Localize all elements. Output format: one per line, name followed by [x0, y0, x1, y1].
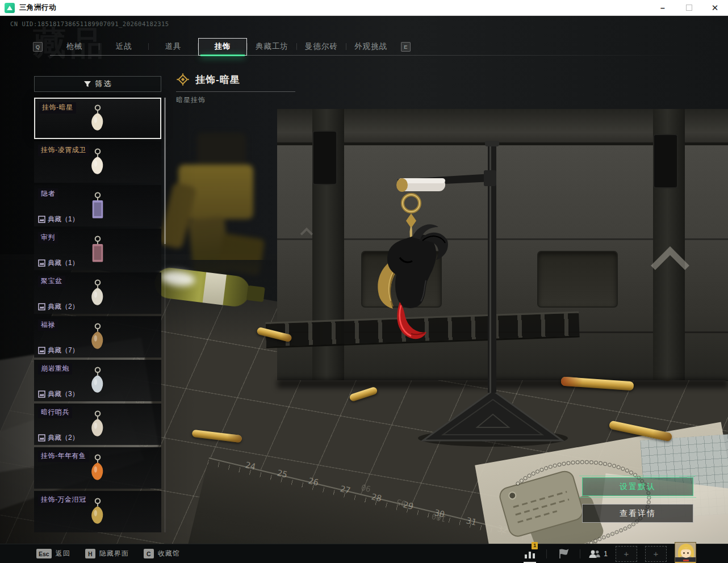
item-name-label: 隐者 [38, 188, 58, 200]
crate-latch [312, 131, 337, 185]
list-item[interactable]: 福禄 典藏（7） [34, 316, 161, 358]
collection-badge: 典藏（2） [38, 433, 79, 443]
tab-2[interactable]: 近战 [99, 38, 148, 56]
item-name-label: 挂饰-万金泪冠 [38, 494, 89, 506]
bottom-bar: Esc 返回 H 隐藏界面 C 收藏馆 1 [0, 544, 728, 563]
window-titlebar: 三角洲行动 – ✕ [0, 0, 728, 16]
charm-stand [341, 141, 579, 459]
collection-count: 典藏（1） [48, 215, 79, 224]
collection-icon [38, 347, 45, 354]
list-item[interactable]: 隐者 典藏（1） [34, 185, 161, 226]
collection-count: 典藏（3） [48, 389, 79, 399]
team-panel[interactable]: 1 [588, 549, 608, 558]
item-name-label: 审判 [38, 232, 58, 243]
charm-list: 挂饰-暗星 挂饰-凌霄成卫 [34, 98, 161, 532]
list-item[interactable]: 聚宝盆 典藏（2） [34, 272, 161, 314]
key-badge: H [85, 549, 95, 558]
player-avatar[interactable] [675, 542, 696, 563]
charm-thumbnail [88, 279, 107, 310]
charm-thumbnail [88, 410, 107, 442]
list-item[interactable]: 挂饰-凌霄成卫 [34, 141, 161, 183]
item-subtitle: 暗星挂饰 [176, 95, 324, 105]
tab-3[interactable]: 道具 [149, 38, 198, 56]
shortcut[interactable]: H 隐藏界面 [85, 549, 129, 558]
view-details-button[interactable]: 查看详情 [582, 504, 693, 523]
filter-label: 筛选 [95, 79, 112, 89]
list-item[interactable]: 暗行哨兵 典藏（2） [34, 404, 161, 445]
item-name-label: 聚宝盆 [38, 276, 65, 287]
collection-icon [38, 390, 45, 398]
list-item[interactable]: 审判 典藏（1） [34, 229, 161, 270]
invite-slot[interactable]: + [616, 546, 637, 562]
header-divider [176, 91, 295, 92]
tab-4[interactable]: 挂饰 [198, 38, 247, 56]
maximize-icon [686, 5, 692, 11]
next-tab-key-hint[interactable]: E [401, 42, 411, 52]
item-name-label: 崩岩重炮 [38, 363, 72, 375]
set-default-button[interactable]: 设置默认 [582, 477, 693, 496]
list-item[interactable]: 挂饰-万金泪冠 [34, 491, 161, 532]
charm-thumbnail [88, 366, 107, 398]
collection-count: 典藏（2） [48, 302, 79, 312]
collection-count: 典藏（7） [48, 346, 79, 355]
item-name-label: 挂饰-暗星 [39, 102, 76, 114]
tab-underline [50, 55, 692, 56]
tab-5[interactable]: 典藏工坊 [248, 38, 296, 56]
charm-thumbnail [88, 104, 107, 136]
collection-badge: 典藏（7） [38, 346, 79, 355]
collection-icon [38, 303, 45, 310]
window-title: 三角洲行动 [19, 3, 56, 12]
tab-7[interactable]: 外观挑战 [346, 38, 395, 56]
collection-badge: 典藏（1） [38, 258, 79, 268]
app-logo-icon [5, 3, 15, 13]
charm-thumbnail [88, 235, 107, 267]
list-item[interactable]: 挂饰-暗星 [34, 98, 161, 139]
category-tabs: 枪械近战道具挂饰典藏工坊曼德尔砖外观挑战 [50, 37, 395, 56]
notification-badge: 1 [532, 542, 538, 549]
shortcut-hints: Esc 返回 H 隐藏界面 C 收藏馆 [36, 549, 180, 558]
key-badge: C [144, 549, 154, 558]
key-badge: Esc [36, 549, 52, 558]
shortcut[interactable]: Esc 返回 [36, 549, 70, 558]
charm-thumbnail [88, 148, 107, 179]
collection-badge: 典藏（3） [38, 389, 79, 399]
flag-icon[interactable] [555, 547, 572, 561]
item-name-label: 挂饰-年年有鱼 [38, 451, 89, 462]
crate-latch [653, 134, 678, 188]
shortcut-label: 收藏馆 [158, 549, 180, 558]
item-name-label: 挂饰-凌霄成卫 [38, 145, 89, 156]
close-button[interactable]: ✕ [702, 0, 728, 15]
collection-badge: 典藏（1） [38, 215, 79, 224]
shortcut-label: 返回 [56, 549, 70, 558]
list-item[interactable]: 挂饰-年年有鱼 [34, 447, 161, 489]
shortcut-label: 隐藏界面 [99, 549, 129, 558]
scrollbar-thumb[interactable] [164, 98, 166, 244]
collection-count: 典藏（2） [48, 433, 79, 443]
charm-thumbnail [88, 453, 107, 485]
tab-6[interactable]: 曼德尔砖 [297, 38, 346, 56]
collection-badge: 典藏（2） [38, 302, 79, 312]
list-scrollbar[interactable] [164, 98, 166, 532]
invite-slot[interactable]: + [645, 546, 667, 562]
list-item[interactable]: 崩岩重炮 典藏（3） [34, 360, 161, 401]
collection-icon [38, 259, 45, 267]
item-name-label: 暗行哨兵 [38, 407, 72, 418]
stats-icon[interactable]: 1 [521, 547, 538, 561]
tab-1[interactable]: 枪械 [50, 38, 99, 56]
app-window: 三角洲行动 – ✕ [0, 0, 728, 563]
team-icon [588, 549, 601, 558]
collection-count: 典藏（1） [48, 258, 79, 268]
item-header: 挂饰-暗星 暗星挂饰 [176, 73, 324, 105]
prev-tab-key-hint[interactable]: Q [33, 42, 43, 52]
filter-icon [83, 80, 91, 88]
item-title: 挂饰-暗星 [195, 73, 240, 86]
charm-thumbnail [88, 497, 107, 529]
charm-thumbnail [88, 191, 107, 223]
maximize-button[interactable] [676, 0, 702, 15]
rarity-diamond-icon [176, 73, 190, 86]
shortcut[interactable]: C 收藏馆 [144, 549, 180, 558]
item-name-label: 福禄 [38, 320, 58, 331]
filter-button[interactable]: 筛选 [34, 76, 161, 92]
team-count: 1 [604, 550, 608, 558]
minimize-button[interactable]: – [650, 0, 676, 15]
